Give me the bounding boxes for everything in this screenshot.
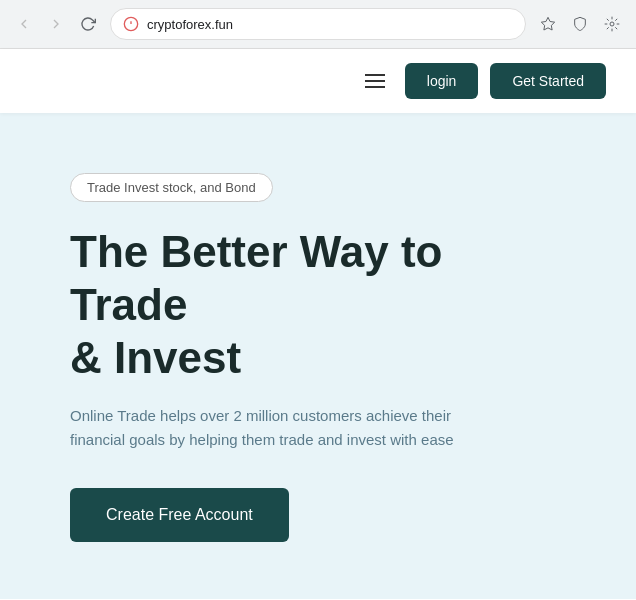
nav-buttons (10, 10, 102, 38)
website: login Get Started Trade Invest stock, an… (0, 49, 636, 599)
site-nav: login Get Started (0, 49, 636, 113)
address-bar[interactable]: cryptoforex.fun (110, 8, 526, 40)
svg-point-4 (610, 22, 614, 26)
hamburger-line-3 (365, 86, 385, 88)
browser-icons (534, 10, 626, 38)
site-icon (123, 16, 139, 32)
tag-badge: Trade Invest stock, and Bond (70, 173, 273, 202)
url-text: cryptoforex.fun (147, 17, 513, 32)
svg-marker-3 (541, 17, 554, 30)
hamburger-button[interactable] (361, 70, 389, 92)
forward-button[interactable] (42, 10, 70, 38)
extensions-button[interactable] (598, 10, 626, 38)
shield-button[interactable] (566, 10, 594, 38)
star-button[interactable] (534, 10, 562, 38)
hamburger-line-1 (365, 74, 385, 76)
get-started-button[interactable]: Get Started (490, 63, 606, 99)
refresh-button[interactable] (74, 10, 102, 38)
login-button[interactable]: login (405, 63, 479, 99)
hamburger-line-2 (365, 80, 385, 82)
hero-title: The Better Way to Trade & Invest (70, 226, 490, 384)
back-button[interactable] (10, 10, 38, 38)
browser-toolbar: cryptoforex.fun (10, 8, 626, 40)
hero-subtitle: Online Trade helps over 2 million custom… (70, 404, 510, 452)
browser-chrome: cryptoforex.fun (0, 0, 636, 49)
create-account-button[interactable]: Create Free Account (70, 488, 289, 542)
hero-section: Trade Invest stock, and Bond The Better … (0, 113, 636, 582)
hero-title-line2: & Invest (70, 333, 241, 382)
hero-title-line1: The Better Way to Trade (70, 227, 442, 329)
